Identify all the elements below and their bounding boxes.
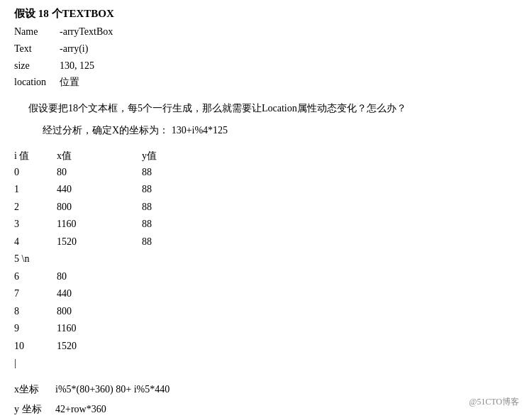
y-coord-label: y 坐标 (14, 400, 50, 418)
name-label: Name (14, 23, 57, 40)
size-row: size 130, 125 (14, 57, 518, 75)
table-row: 3 1160 88 (14, 216, 518, 233)
cell-i-0: 0 (14, 164, 57, 182)
size-value: 130, 125 (60, 57, 94, 75)
table-row: 0 80 88 (14, 164, 518, 182)
cursor-indicator: | (14, 355, 518, 373)
location-row: location 位置 (14, 74, 518, 91)
cell-i-4: 4 (14, 233, 57, 251)
watermark: @51CTO博客 (469, 396, 519, 408)
cell-i-2: 2 (14, 199, 57, 216)
cell-i-9: 9 (14, 320, 57, 338)
name-row: Name -arryTextBox (14, 23, 518, 40)
header-x: x值 (57, 150, 142, 163)
table-row: 1 440 88 (14, 181, 518, 199)
newline-indicator: 5 \n (14, 251, 518, 268)
table-row: 6 80 (14, 268, 518, 286)
cell-y-0: 88 (142, 164, 227, 182)
cell-x-2: 800 (57, 199, 142, 216)
description-text: 假设要把18个文本框，每5个一行生成，那么就需要让Location属性动态变化？… (28, 99, 518, 117)
cell-i-1: 1 (14, 181, 57, 199)
cell-x-6: 80 (57, 268, 142, 286)
cell-i-3: 3 (14, 216, 57, 233)
y-coord-formula: 42+row*360 (55, 400, 106, 418)
cell-i-7: 7 (14, 285, 57, 303)
cell-y-1: 88 (142, 181, 227, 199)
cell-x-4: 1520 (57, 233, 142, 251)
cell-x-10: 1520 (57, 338, 142, 356)
cell-i-10: 10 (14, 338, 57, 356)
cell-y-4: 88 (142, 233, 227, 251)
table-header: i 值 x值 y值 (14, 150, 518, 163)
name-value: -arryTextBox (60, 23, 113, 40)
cell-i-6: 6 (14, 268, 57, 286)
table-row: 4 1520 88 (14, 233, 518, 251)
cell-y-3: 88 (142, 216, 227, 233)
formula-value: 130+i%4*125 (172, 125, 228, 136)
properties-block: Name -arryTextBox Text -arry(i) size 130… (14, 23, 518, 91)
text-row: Text -arry(i) (14, 40, 518, 57)
cell-x-1: 440 (57, 181, 142, 199)
location-label: location (14, 74, 57, 91)
formula-text: 经过分析，确定X的坐标为： 130+i%4*125 (43, 121, 518, 139)
table-row: 8 800 (14, 303, 518, 321)
table-row: 10 1520 (14, 338, 518, 356)
table-row: 9 1160 (14, 320, 518, 338)
formula-label: 经过分析，确定X的坐标为： (43, 125, 169, 136)
x-coord-label: x坐标 (14, 380, 50, 400)
table-row: 2 800 88 (14, 199, 518, 216)
header-y: y值 (142, 150, 227, 163)
cell-y-2: 88 (142, 199, 227, 216)
cell-i-8: 8 (14, 303, 57, 321)
table-row: 7 440 (14, 285, 518, 303)
size-label: size (14, 57, 57, 75)
location-value: 位置 (60, 74, 79, 91)
cell-x-9: 1160 (57, 320, 142, 338)
cell-x-3: 1160 (57, 216, 142, 233)
header-i: i 值 (14, 150, 57, 163)
y-coord-row: y 坐标 42+row*360 (14, 400, 518, 418)
coordinates-section: x坐标 i%5*(80+360) 80+ i%5*440 y 坐标 42+row… (14, 380, 518, 418)
page-title: 假设 18 个TEXTBOX (14, 7, 518, 21)
cell-x-0: 80 (57, 164, 142, 182)
cell-x-8: 800 (57, 303, 142, 321)
text-label: Text (14, 40, 57, 57)
cell-x-7: 440 (57, 285, 142, 303)
cell-y-6 (142, 268, 227, 286)
x-coord-row: x坐标 i%5*(80+360) 80+ i%5*440 (14, 380, 518, 400)
data-table: i 值 x值 y值 0 80 88 1 440 88 2 800 88 3 11… (14, 150, 518, 373)
text-value: -arry(i) (60, 40, 88, 57)
x-coord-formula: i%5*(80+360) 80+ i%5*440 (55, 380, 170, 400)
